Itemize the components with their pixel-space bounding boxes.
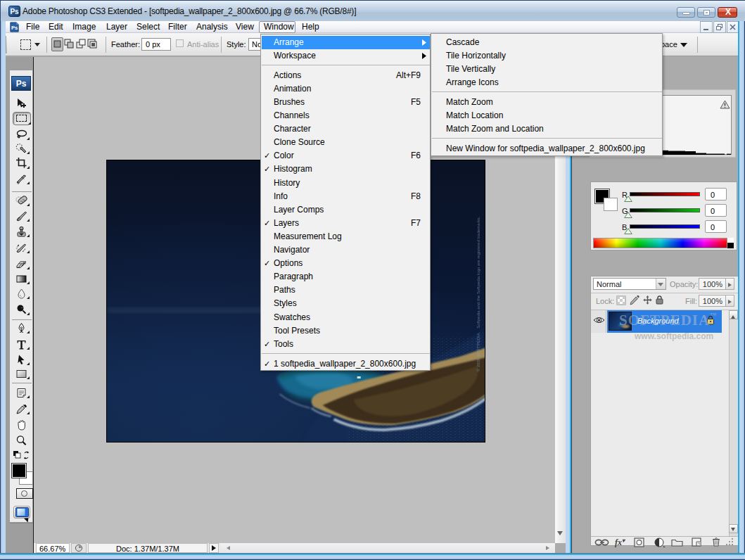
svg-text:© 2006 SOFTPEDIA. Softpedia: © 2006 SOFTPEDIA. Softpedia and the Soft… — [476, 216, 480, 371]
svg-text:Ps: Ps — [11, 25, 18, 31]
